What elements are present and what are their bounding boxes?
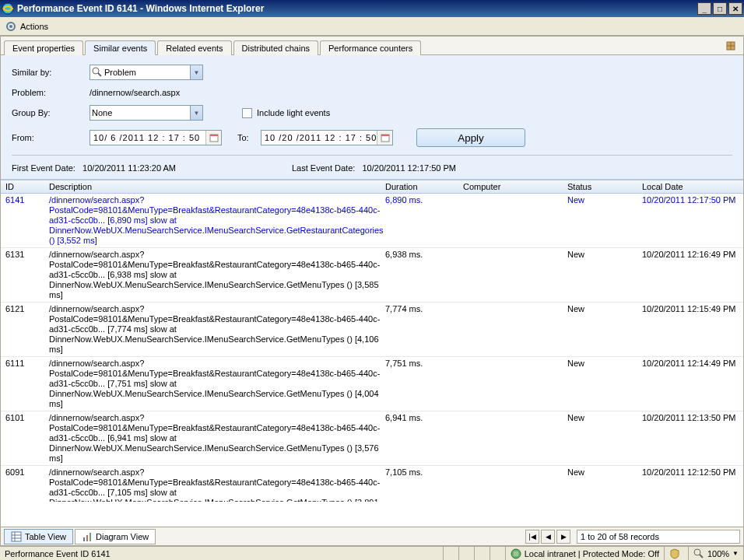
- actions-bar: Actions: [0, 17, 744, 36]
- svg-point-21: [694, 549, 700, 555]
- first-event-label: First Event Date:: [12, 163, 75, 173]
- table-row[interactable]: 6131/dinnernow/search.aspx?PostalCode=98…: [1, 248, 743, 303]
- cell-computer: [463, 304, 567, 355]
- cell-local-date: 10/20/2011 12:15:49 PM: [642, 304, 743, 355]
- cell-status: New: [567, 413, 642, 464]
- view-bar: Table View Diagram View |◀ ◀ ▶ 1 to 20 o…: [1, 527, 743, 545]
- status-zone: Local intranet | Protected Mode: Off: [525, 549, 659, 558]
- diagram-view-button[interactable]: Diagram View: [75, 529, 156, 544]
- cell-description: /dinnernow/search.aspx?PostalCode=98101&…: [49, 250, 385, 300]
- svg-point-6: [93, 68, 99, 74]
- tab-related-events[interactable]: Related events: [157, 40, 231, 55]
- cell-duration: 6,941 ms.: [385, 413, 463, 464]
- svg-rect-20: [514, 551, 518, 556]
- gear-icon: [5, 20, 17, 33]
- svg-rect-12: [12, 532, 21, 541]
- col-header-status[interactable]: Status: [567, 182, 642, 191]
- actions-label[interactable]: Actions: [20, 22, 48, 31]
- col-header-computer[interactable]: Computer: [463, 182, 567, 191]
- table-row[interactable]: 6141/dinnernow/search.aspx?PostalCode=98…: [1, 194, 743, 248]
- tab-performance-counters[interactable]: Performance counters: [320, 40, 421, 55]
- col-header-id[interactable]: ID: [1, 182, 49, 191]
- tab-event-properties[interactable]: Event properties: [4, 40, 83, 55]
- table-view-button[interactable]: Table View: [4, 529, 73, 544]
- include-light-checkbox[interactable]: [242, 108, 252, 118]
- window-titlebar: Performance Event ID 6141 - Windows Inte…: [0, 0, 744, 17]
- svg-rect-18: [89, 533, 91, 541]
- table-row[interactable]: 6121/dinnernow/search.aspx?PostalCode=98…: [1, 303, 743, 357]
- cell-description: /dinnernow/search.aspx?PostalCode=98101&…: [49, 304, 385, 355]
- include-light-label: Include light events: [257, 108, 330, 117]
- similar-by-label: Similar by:: [12, 68, 89, 77]
- svg-rect-16: [83, 537, 85, 541]
- calendar-icon[interactable]: [205, 131, 221, 145]
- cell-duration: 6,890 ms.: [385, 195, 463, 246]
- ie-icon: [2, 2, 14, 15]
- pager-status: 1 to 20 of 58 records: [577, 530, 740, 544]
- from-date-field[interactable]: 10/ 6 /2011 12 : 17 : 50: [89, 130, 222, 145]
- minimize-button[interactable]: _: [697, 2, 711, 15]
- col-header-description[interactable]: Description: [49, 182, 385, 192]
- pager-first-button[interactable]: |◀: [525, 530, 539, 544]
- pager: |◀ ◀ ▶ 1 to 20 of 58 records: [525, 530, 740, 544]
- to-date-field[interactable]: 10 /20 /2011 12 : 17 : 50: [261, 130, 393, 145]
- cell-computer: [463, 413, 567, 464]
- cell-id: 6101: [1, 413, 49, 464]
- group-by-value: None: [92, 108, 112, 117]
- to-label: To:: [237, 133, 261, 142]
- svg-line-7: [98, 73, 101, 76]
- tab-distributed-chains[interactable]: Distributed chains: [233, 40, 318, 55]
- cell-status: New: [567, 304, 642, 355]
- problem-value: /dinnernow/search.aspx: [89, 88, 180, 97]
- tab-similar-events[interactable]: Similar events: [85, 40, 156, 55]
- cell-id: 6131: [1, 250, 49, 300]
- pager-next-button[interactable]: ▶: [556, 530, 570, 544]
- cell-local-date: 10/20/2011 12:14:49 PM: [642, 359, 743, 409]
- cell-id: 6111: [1, 359, 49, 409]
- table-row[interactable]: 6111/dinnernow/search.aspx?PostalCode=98…: [1, 357, 743, 411]
- calendar-icon[interactable]: [377, 131, 392, 145]
- chevron-down-icon: ▼: [190, 65, 202, 79]
- svg-rect-17: [86, 535, 88, 541]
- cell-local-date: 10/20/2011 12:17:50 PM: [642, 195, 743, 246]
- pager-prev-button[interactable]: ◀: [541, 530, 555, 544]
- cell-id: 6141: [1, 195, 49, 246]
- svg-line-22: [700, 555, 703, 558]
- cell-duration: 7,105 ms.: [385, 467, 463, 502]
- group-by-combo[interactable]: None ▼: [89, 105, 203, 121]
- cell-duration: 7,774 ms.: [385, 304, 463, 355]
- shield-icon: [669, 548, 680, 559]
- grid-header: ID Description Duration Computer Status …: [1, 180, 743, 194]
- zone-icon: [511, 548, 521, 559]
- table-row[interactable]: 6091/dinnernow/search.aspx?PostalCode=98…: [1, 466, 743, 502]
- cell-description[interactable]: /dinnernow/search.aspx?PostalCode=98101&…: [49, 195, 385, 246]
- to-date-value: 10 /20 /2011 12 : 17 : 50: [265, 133, 377, 142]
- content-area: Event properties Similar events Related …: [0, 36, 744, 546]
- table-icon: [11, 531, 22, 542]
- col-header-local-date[interactable]: Local Date: [642, 182, 743, 191]
- similar-by-value: Problem: [104, 68, 136, 77]
- status-bar: Performance Event ID 6141 Local intranet…: [0, 546, 744, 560]
- chevron-down-icon: ▼: [190, 106, 202, 120]
- col-header-duration[interactable]: Duration: [385, 182, 463, 191]
- window-title: Performance Event ID 6141 - Windows Inte…: [17, 3, 696, 14]
- cell-computer: [463, 250, 567, 300]
- table-row[interactable]: 6101/dinnernow/search.aspx?PostalCode=98…: [1, 411, 743, 466]
- cube-icon[interactable]: [725, 40, 737, 52]
- cell-computer: [463, 467, 567, 502]
- cell-description: /dinnernow/search.aspx?PostalCode=98101&…: [49, 359, 385, 409]
- cell-local-date: 10/20/2011 12:13:50 PM: [642, 413, 743, 464]
- problem-label: Problem:: [12, 88, 89, 97]
- maximize-button[interactable]: □: [713, 2, 727, 15]
- apply-button[interactable]: Apply: [416, 128, 525, 147]
- similar-by-combo[interactable]: Problem ▼: [89, 65, 203, 80]
- cell-local-date: 10/20/2011 12:16:49 PM: [642, 250, 743, 300]
- grid-body[interactable]: 6141/dinnernow/search.aspx?PostalCode=98…: [1, 194, 743, 502]
- close-button[interactable]: ✕: [728, 2, 742, 15]
- group-by-label: Group By:: [12, 108, 89, 117]
- cell-id: 6121: [1, 304, 49, 355]
- cell-status: New: [567, 359, 642, 409]
- first-event-value: 10/20/2011 11:23:20 AM: [82, 163, 176, 173]
- magnifier-icon: [92, 67, 103, 78]
- zoom-icon: [693, 548, 704, 559]
